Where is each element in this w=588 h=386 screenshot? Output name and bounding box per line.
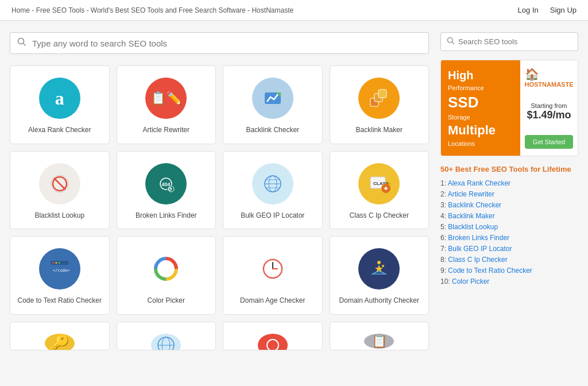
nav-links: Log In Sign Up (518, 6, 577, 14)
sidebar-list-link[interactable]: Code to Text Ratio Checker (448, 267, 532, 275)
tool-label-alexa-rank-checker: Alexa Rank Checker (28, 126, 91, 135)
tool-card-class-c-ip-checker[interactable]: CLASS C Class C Ip Checker (330, 151, 430, 230)
partial-tools-row: 🔑 📋 (10, 322, 429, 350)
tool-label-bulk-geo-ip-locator: Bulk GEO IP Locator (241, 211, 304, 221)
svg-point-47 (264, 336, 282, 350)
login-link[interactable]: Log In (518, 6, 539, 14)
main-container: a Alexa Rank Checker 📋✏️ Article Rewrite… (1, 32, 587, 350)
sidebar-list-item: 8: Class C Ip Checker (440, 256, 578, 264)
tool-card-partial-3[interactable]: 📋 (330, 322, 430, 350)
sidebar: High Performance SSD Storage Multiple Lo… (440, 32, 578, 350)
top-nav: Home - Free SEO Tools - World's Best SEO… (0, 0, 588, 21)
svg-point-49 (447, 37, 452, 43)
partial-tool-icon-1 (151, 334, 181, 350)
svg-point-45 (162, 337, 170, 350)
partial-tool-icon-3: 📋 (364, 334, 394, 349)
tool-card-bulk-geo-ip-locator[interactable]: Bulk GEO IP Locator (223, 151, 323, 230)
hostnamaste-icon: 🏠 (525, 67, 574, 81)
ad-left: High Performance SSD Storage Multiple Lo… (441, 60, 520, 156)
tool-card-alexa-rank-checker[interactable]: a Alexa Rank Checker (10, 65, 110, 144)
sidebar-list-link[interactable]: Blacklist Lookup (448, 223, 498, 231)
sidebar-list-item: 9: Code to Text Ratio Checker (440, 267, 578, 275)
tool-card-article-rewriter[interactable]: 📋✏️ Article Rewriter (117, 65, 216, 144)
svg-point-44 (158, 337, 174, 350)
sidebar-tool-list: 1: Alexa Rank Checker2: Article Rewriter… (440, 179, 578, 285)
tool-card-partial-0[interactable]: 🔑 (10, 322, 110, 350)
get-started-button[interactable]: Get Started (525, 135, 573, 149)
tool-icon-alexa-rank-checker: a (39, 78, 80, 119)
svg-point-29 (52, 262, 54, 264)
signup-link[interactable]: Sign Up (550, 6, 577, 14)
ad-loc-text: Locations (448, 140, 475, 147)
ad-perf-text: Performance (448, 84, 484, 91)
sidebar-list-link[interactable]: Broken Links Finder (448, 234, 509, 242)
sidebar-list-item: 4: Backlink Maker (440, 212, 578, 220)
tool-label-domain-age-checker: Domain Age Checker (240, 296, 305, 306)
tool-card-backlink-maker[interactable]: Backlink Maker (330, 65, 430, 144)
main-search-icon (17, 37, 26, 49)
ad-banner: High Performance SSD Storage Multiple Lo… (440, 60, 578, 156)
main-search-input[interactable] (32, 38, 421, 48)
tool-label-article-rewriter: Article Rewriter (143, 126, 189, 135)
tool-card-color-picker[interactable]: Color Picker (117, 236, 216, 315)
sidebar-list-item: 1: Alexa Rank Checker (440, 179, 578, 187)
svg-point-40 (377, 261, 381, 264)
sidebar-list-link[interactable]: Alexa Rank Checker (448, 179, 510, 187)
tool-card-domain-age-checker[interactable]: Domain Age Checker (223, 236, 323, 315)
tool-icon-domain-age-checker (252, 248, 293, 290)
sidebar-search-bar (440, 32, 578, 51)
svg-point-42 (382, 265, 384, 267)
tool-icon-color-picker (145, 248, 187, 290)
tool-card-blacklist-lookup[interactable]: Blacklist Lookup (10, 151, 110, 230)
tool-card-partial-2[interactable] (223, 322, 323, 350)
svg-text:</code>: </code> (53, 268, 70, 273)
sidebar-list-item: 5: Blacklist Lookup (440, 223, 578, 231)
tool-label-domain-authority-checker: Domain Authority Checker (339, 296, 419, 306)
hostnamaste-brand: HOSTNAMASTE (525, 81, 574, 88)
tool-label-backlink-maker: Backlink Maker (356, 126, 403, 135)
main-search-bar (10, 32, 429, 54)
sidebar-list-item: 10: Color Picker (440, 277, 578, 285)
ad-mult-text: Multiple (448, 123, 496, 138)
tool-card-domain-authority-checker[interactable]: Domain Authority Checker (330, 236, 430, 315)
sidebar-list-link[interactable]: Backlink Maker (448, 212, 494, 220)
tool-card-code-to-text-ratio-checker[interactable]: </code> Code to Text Ratio Checker (10, 236, 110, 315)
tool-label-class-c-ip-checker: Class C Ip Checker (350, 211, 409, 221)
tool-label-backlink-checker: Backlink Checker (246, 126, 299, 135)
sidebar-list-link[interactable]: Class C Ip Checker (448, 256, 507, 264)
hostnamaste-logo-area: 🏠 HOSTNAMASTE (525, 67, 574, 88)
ad-ssd-text: SSD (448, 94, 478, 111)
sidebar-search-input[interactable] (458, 37, 572, 46)
tool-label-code-to-text-ratio-checker: Code to Text Ratio Checker (17, 296, 102, 306)
sidebar-list-link[interactable]: Article Rewriter (448, 190, 494, 198)
tool-card-broken-links-finder[interactable]: 404 Broken Links Finder (117, 151, 216, 230)
svg-point-31 (58, 262, 60, 264)
ad-stor-text: Storage (448, 114, 470, 121)
tool-label-broken-links-finder: Broken Links Finder (136, 211, 197, 221)
ad-price-area: Starting from $1.49/mo (527, 102, 571, 121)
partial-tool-icon-2 (258, 334, 288, 350)
sidebar-list-item: 7: Bulk GEO IP Locator (440, 245, 578, 253)
partial-tool-icon-0: 🔑 (45, 334, 75, 350)
tool-icon-backlink-maker (358, 78, 400, 119)
starting-from-text: Starting from (527, 102, 571, 109)
sidebar-list-title: 50+ Best Free SEO Tools for Lifetime (440, 165, 578, 173)
sidebar-list-item: 6: Broken Links Finder (440, 234, 578, 242)
content-area: a Alexa Rank Checker 📋✏️ Article Rewrite… (10, 32, 429, 350)
ad-high-text: High (448, 69, 473, 82)
tool-icon-backlink-checker (252, 78, 293, 119)
tool-card-backlink-checker[interactable]: Backlink Checker (223, 65, 323, 144)
tool-card-partial-1[interactable] (117, 322, 216, 350)
tool-icon-code-to-text-ratio-checker: </code> (39, 248, 80, 290)
sidebar-search-icon (447, 37, 455, 47)
tool-icon-blacklist-lookup (39, 163, 80, 204)
sidebar-list-link[interactable]: Color Picker (452, 277, 489, 285)
tool-icon-broken-links-finder: 404 (145, 163, 187, 204)
sidebar-list-link[interactable]: Bulk GEO IP Locator (448, 245, 512, 253)
sidebar-list-item: 2: Article Rewriter (440, 190, 578, 198)
tools-grid: a Alexa Rank Checker 📋✏️ Article Rewrite… (10, 65, 429, 315)
sidebar-list-link[interactable]: Backlink Checker (448, 201, 501, 209)
svg-point-34 (161, 264, 171, 273)
sidebar-list-item: 3: Backlink Checker (440, 201, 578, 209)
svg-line-1 (24, 44, 26, 46)
